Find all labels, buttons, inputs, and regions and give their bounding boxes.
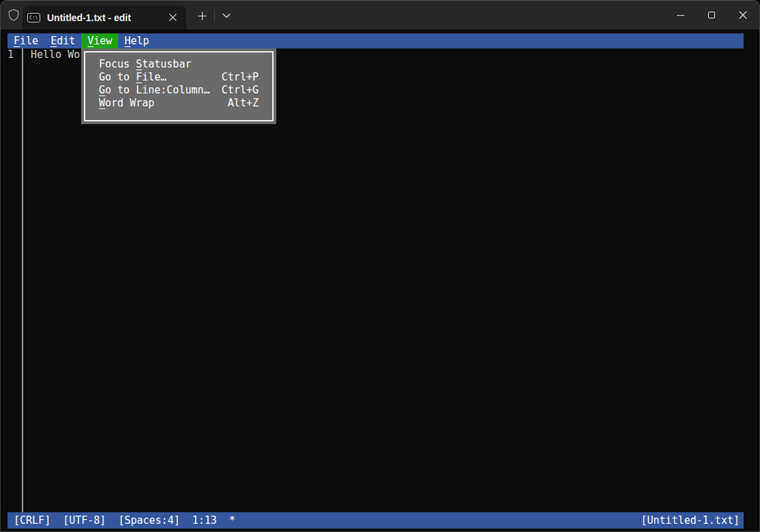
- line-number: 1: [8, 48, 14, 61]
- menu-item-go-to-line-column[interactable]: Go to Line:Column… Ctrl+G: [99, 84, 259, 97]
- menu-item-shortcut: Ctrl+P: [222, 71, 259, 84]
- menu-file[interactable]: File: [8, 33, 44, 48]
- terminal-content: File Edit View Help 1 Hello Wo Focus Sta…: [1, 29, 759, 532]
- gutter-separator: [22, 48, 23, 512]
- title-bar: C:\ Untitled-1.txt - edit: [1, 1, 759, 29]
- modified-indicator: *: [229, 512, 235, 529]
- status-indentation[interactable]: [Spaces:4]: [118, 512, 179, 529]
- menu-bar: File Edit View Help: [8, 33, 744, 48]
- editor-line-text: Hello Wo: [31, 48, 80, 61]
- status-line-ending[interactable]: [CRLF]: [14, 512, 50, 529]
- menu-item-label: Go to Line:Column…: [99, 84, 210, 97]
- menu-item-go-to-file[interactable]: Go to File… Ctrl+P: [99, 71, 259, 84]
- menu-item-shortcut: Alt+Z: [228, 97, 259, 110]
- status-document-name[interactable]: [Untitled-1.txt]: [641, 512, 740, 529]
- view-menu-border: Focus Statusbar Go to File… Ctrl+P Go to…: [84, 51, 274, 121]
- menu-item-label: Word Wrap: [99, 97, 154, 110]
- menu-item-label: Focus Statusbar: [99, 58, 191, 71]
- menu-item-shortcut: Ctrl+G: [222, 84, 259, 97]
- window-controls: [664, 1, 759, 29]
- status-cursor-position[interactable]: 1:13: [192, 512, 217, 529]
- admin-shield-icon: [6, 8, 21, 23]
- status-bar: [CRLF][UTF-8][Spaces:4]1:13* [Untitled-1…: [8, 512, 744, 529]
- tab-close-icon[interactable]: [164, 10, 181, 26]
- status-encoding[interactable]: [UTF-8]: [63, 512, 106, 529]
- minimize-icon: [677, 15, 684, 16]
- close-button[interactable]: [727, 1, 759, 29]
- command-prompt-icon: C:\: [27, 13, 40, 23]
- menu-view[interactable]: View: [81, 33, 118, 48]
- tab-bar-divider: [214, 10, 215, 22]
- terminal-tab[interactable]: C:\ Untitled-1.txt - edit: [23, 5, 186, 29]
- maximize-button[interactable]: [696, 1, 727, 29]
- menu-help[interactable]: Help: [118, 33, 155, 48]
- menu-edit[interactable]: Edit: [44, 33, 81, 48]
- tab-title: Untitled-1.txt - edit: [47, 12, 164, 23]
- app-window: C:\ Untitled-1.txt - edit: [0, 0, 760, 532]
- menu-item-word-wrap[interactable]: Word Wrap Alt+Z: [99, 97, 259, 110]
- tab-dropdown-button[interactable]: [217, 7, 236, 25]
- new-tab-button[interactable]: [192, 7, 211, 25]
- menu-item-focus-statusbar[interactable]: Focus Statusbar: [99, 58, 259, 71]
- maximize-icon: [708, 12, 715, 18]
- minimize-button[interactable]: [664, 1, 696, 29]
- menu-item-label: Go to File…: [99, 71, 166, 84]
- view-menu-dropdown: Focus Statusbar Go to File… Ctrl+P Go to…: [81, 48, 276, 124]
- window-close-icon: [739, 11, 747, 19]
